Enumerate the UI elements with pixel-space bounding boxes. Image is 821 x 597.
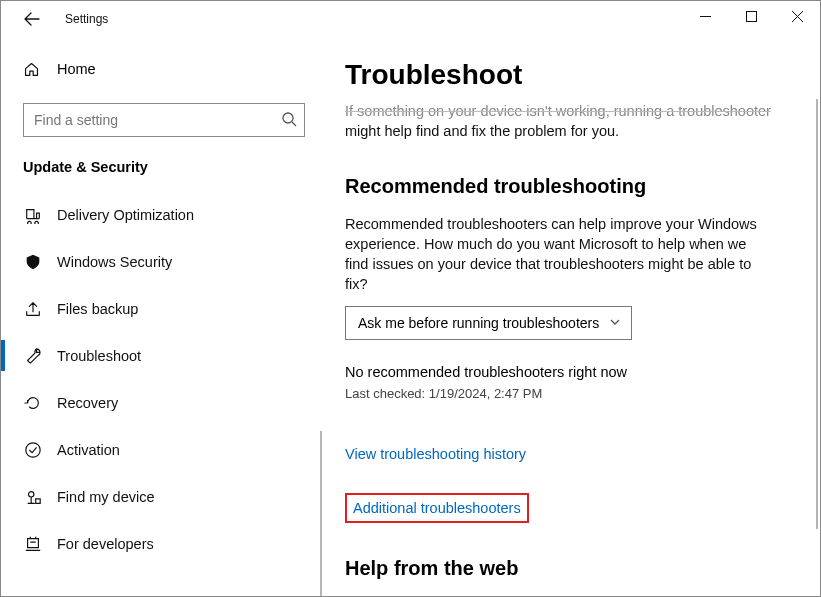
- sidebar-item-label: Windows Security: [57, 254, 172, 270]
- search-input[interactable]: [23, 103, 305, 137]
- intro-text-cut: If something on your device isn't workin…: [345, 101, 806, 121]
- close-button[interactable]: [774, 1, 820, 31]
- wrench-icon: [23, 347, 43, 365]
- sidebar-item-delivery-optimization[interactable]: Delivery Optimization: [1, 191, 321, 238]
- maximize-button[interactable]: [728, 1, 774, 31]
- recommendation-dropdown[interactable]: Ask me before running troubleshooters: [345, 306, 632, 340]
- close-icon: [792, 11, 803, 22]
- sidebar-item-label: Troubleshoot: [57, 348, 141, 364]
- sidebar-item-troubleshoot[interactable]: Troubleshoot: [1, 332, 321, 379]
- page-title: Troubleshoot: [345, 59, 806, 91]
- recovery-icon: [23, 394, 43, 412]
- back-button[interactable]: [17, 4, 47, 34]
- search-box[interactable]: [23, 103, 305, 137]
- status-none: No recommended troubleshooters right now: [345, 364, 806, 380]
- sidebar-item-label: Activation: [57, 442, 120, 458]
- nav-list: Delivery Optimization Windows Security F…: [1, 191, 321, 567]
- content-scrollbar[interactable]: [816, 99, 818, 529]
- sidebar-item-label: Find my device: [57, 489, 155, 505]
- developers-icon: [23, 535, 43, 553]
- sidebar-item-find-my-device[interactable]: Find my device: [1, 473, 321, 520]
- search-icon: [281, 111, 297, 131]
- last-checked: Last checked: 1/19/2024, 2:47 PM: [345, 386, 806, 401]
- home-nav[interactable]: Home: [1, 49, 321, 89]
- sidebar-item-label: Recovery: [57, 395, 118, 411]
- svg-point-3: [29, 491, 34, 496]
- sidebar-item-files-backup[interactable]: Files backup: [1, 285, 321, 332]
- dropdown-value: Ask me before running troubleshooters: [358, 315, 599, 331]
- maximize-icon: [746, 11, 757, 22]
- recommended-description: Recommended troubleshooters can help imp…: [345, 214, 765, 294]
- chevron-down-icon: [609, 314, 621, 332]
- title-bar: Settings: [1, 1, 820, 37]
- main-content: Troubleshoot If something on your device…: [321, 37, 820, 596]
- window-controls: [682, 1, 820, 31]
- recommended-heading: Recommended troubleshooting: [345, 175, 806, 198]
- sidebar-item-label: Delivery Optimization: [57, 207, 194, 223]
- svg-rect-0: [746, 11, 756, 21]
- svg-point-2: [26, 442, 40, 456]
- help-heading: Help from the web: [345, 557, 806, 580]
- sidebar-item-label: Files backup: [57, 301, 138, 317]
- backup-icon: [23, 300, 43, 318]
- shield-icon: [23, 253, 43, 271]
- window-title: Settings: [65, 12, 108, 26]
- home-label: Home: [57, 61, 96, 77]
- home-icon: [23, 61, 43, 78]
- highlight-annotation: Additional troubleshooters: [345, 493, 529, 523]
- view-history-link[interactable]: View troubleshooting history: [345, 446, 526, 462]
- delivery-icon: [23, 206, 43, 224]
- arrow-left-icon: [24, 11, 40, 27]
- category-heading: Update & Security: [23, 159, 321, 175]
- check-circle-icon: [23, 441, 43, 459]
- sidebar-item-label: For developers: [57, 536, 154, 552]
- sidebar-item-for-developers[interactable]: For developers: [1, 520, 321, 567]
- minimize-icon: [700, 11, 711, 22]
- intro-text: might help find and fix the problem for …: [345, 121, 806, 141]
- additional-troubleshooters-link[interactable]: Additional troubleshooters: [353, 500, 521, 516]
- sidebar: Home Update & Security Delivery Optimiza…: [1, 37, 321, 596]
- find-device-icon: [23, 488, 43, 506]
- svg-point-1: [283, 113, 293, 123]
- sidebar-item-recovery[interactable]: Recovery: [1, 379, 321, 426]
- minimize-button[interactable]: [682, 1, 728, 31]
- sidebar-item-activation[interactable]: Activation: [1, 426, 321, 473]
- sidebar-item-windows-security[interactable]: Windows Security: [1, 238, 321, 285]
